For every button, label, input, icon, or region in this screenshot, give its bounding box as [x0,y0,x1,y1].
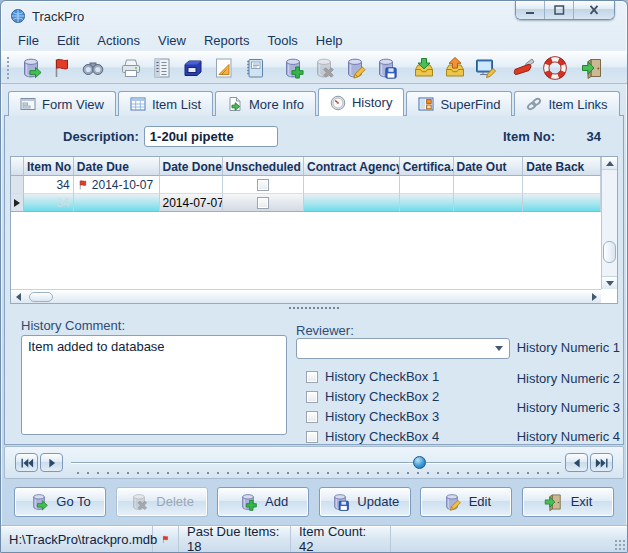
resize-grip-icon[interactable] [614,539,627,552]
options-button[interactable] [470,54,501,82]
maximize-button[interactable] [545,1,574,19]
menu-edit[interactable]: Edit [48,31,88,50]
menu-view[interactable]: View [149,31,195,50]
cell-unscheduled[interactable] [223,176,304,194]
next-record-button[interactable] [40,453,63,472]
export-button[interactable] [439,54,470,82]
col-certificate[interactable]: Certifica... [400,157,454,176]
checkbox-icon[interactable] [306,431,318,443]
exit-button[interactable]: Exit [522,487,614,517]
history-checkbox-2[interactable]: History CheckBox 2 [306,389,439,404]
checkbox-icon[interactable] [306,411,318,423]
checkbox-icon[interactable] [306,371,318,383]
scroll-right-button[interactable] [587,290,601,303]
edit-record-button[interactable] [339,54,370,82]
cell-unscheduled[interactable] [223,194,304,212]
import-button[interactable] [408,54,439,82]
table-row-selected[interactable]: 34 2014-07-07 [11,194,601,212]
col-date-back[interactable]: Date Back [523,157,601,176]
label-print-button[interactable] [177,54,208,82]
description-input[interactable] [144,126,278,147]
prev-record-button[interactable] [565,453,588,472]
cell-date-due[interactable]: 2014-10-07 [74,176,160,194]
vertical-scroll-thumb[interactable] [603,241,616,263]
panel-splitter[interactable] [5,304,623,312]
horizontal-scroll-thumb[interactable] [29,292,53,302]
flag-button[interactable] [46,54,77,82]
unscheduled-checkbox[interactable] [257,197,269,209]
save-record-button[interactable] [370,54,401,82]
menu-actions[interactable]: Actions [88,31,149,50]
exit-toolbar-button[interactable] [577,54,608,82]
tab-item-list[interactable]: Item List [118,91,213,116]
combo-dropdown-button[interactable] [489,346,509,351]
tab-more-info[interactable]: More Info [215,91,316,116]
tab-history[interactable]: History [318,88,404,116]
cell-certificate[interactable] [400,176,454,194]
close-button[interactable] [574,1,614,19]
update-button[interactable]: Update [319,487,411,517]
col-contract-agency[interactable]: Contract Agency [304,157,400,176]
history-comment-textarea[interactable] [21,335,287,435]
record-slider-thumb[interactable] [413,456,426,469]
delete-button[interactable]: Delete [116,487,208,517]
menu-reports[interactable]: Reports [195,31,259,50]
record-slider-track[interactable] [71,462,561,463]
col-date-done[interactable]: Date Done [160,157,224,176]
col-date-due[interactable]: Date Due [74,157,160,176]
cell-date-due[interactable] [74,194,160,212]
menu-help[interactable]: Help [307,31,352,50]
cell-date-back[interactable] [523,176,601,194]
col-date-out[interactable]: Date Out [454,157,524,176]
menu-file[interactable]: File [9,31,48,50]
col-item-no[interactable]: Item No [24,157,74,176]
cell-date-done[interactable]: 2014-07-07 [160,194,224,212]
report-design-button[interactable] [208,54,239,82]
reviewer-combobox[interactable] [296,338,510,359]
help-button[interactable] [539,54,570,82]
scroll-left-button[interactable] [11,290,25,303]
history-checkbox-3[interactable]: History CheckBox 3 [306,409,439,424]
cell-item-no[interactable]: 34 [24,176,74,194]
cell-contract-agency[interactable] [304,176,400,194]
delete-record-button[interactable] [308,54,339,82]
edit-button[interactable]: Edit [420,487,512,517]
minimize-button[interactable] [516,1,545,19]
tab-item-links[interactable]: Item Links [514,91,619,116]
button-label: Delete [156,494,194,509]
tools-button[interactable] [508,54,539,82]
tab-form-view[interactable]: Form View [8,91,116,116]
grid-horizontal-scrollbar[interactable] [11,289,601,303]
history-checkbox-1[interactable]: History CheckBox 1 [306,369,439,384]
unscheduled-checkbox[interactable] [257,179,269,191]
print-button[interactable] [115,54,146,82]
history-numeric-1-label: History Numeric 1 [517,340,620,355]
history-checkbox-4[interactable]: History CheckBox 4 [306,429,439,444]
cell-certificate[interactable] [400,194,454,212]
cell-contract-agency[interactable] [304,194,400,212]
col-unscheduled[interactable]: Unscheduled [223,157,304,176]
cell-date-done[interactable] [160,176,224,194]
menu-tools[interactable]: Tools [258,31,306,50]
first-record-button[interactable] [15,453,38,472]
find-button[interactable] [77,54,108,82]
last-record-button[interactable] [590,453,613,472]
report-button[interactable] [146,54,177,82]
add-button[interactable]: Add [217,487,309,517]
go-to-button[interactable]: Go To [14,487,106,517]
scroll-up-button[interactable] [602,157,617,170]
add-record-button[interactable] [277,54,308,82]
cell-item-no[interactable]: 34 [24,194,74,212]
cell-date-out[interactable] [454,176,524,194]
notebook-button[interactable] [239,54,270,82]
checkbox-icon[interactable] [306,391,318,403]
tab-superfind[interactable]: SuperFind [406,91,512,116]
goto-record-button[interactable] [15,54,46,82]
toolbar-grip[interactable] [6,56,11,80]
cell-date-out[interactable] [454,194,524,212]
scroll-down-button[interactable] [602,276,617,289]
grid-vertical-scrollbar[interactable] [601,157,617,289]
cell-date-back[interactable] [523,194,601,212]
table-row[interactable]: 34 2014-10-07 [11,176,601,194]
title-bar[interactable]: TrackPro [1,1,627,29]
